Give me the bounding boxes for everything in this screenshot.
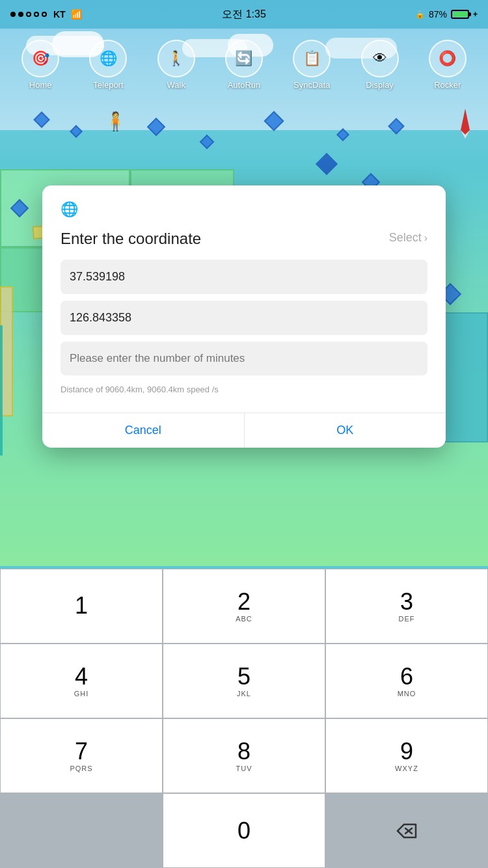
battery-tip — [469, 12, 471, 16]
status-left: KT 📶 — [10, 9, 82, 20]
status-bar: KT 📶 오전 1:35 🔒 87% + — [0, 0, 488, 29]
latitude-input[interactable] — [61, 260, 427, 294]
key-number-8: 8 — [237, 740, 251, 763]
nav-item-display[interactable]: 👁 Display — [361, 40, 399, 90]
key-letters-6: MNO — [398, 690, 416, 698]
nav-item-autorun[interactable]: 🔄 AutoRun — [225, 40, 263, 90]
select-button[interactable]: Select › — [389, 224, 427, 245]
key-number-6: 6 — [400, 665, 413, 688]
key-6[interactable]: 6 MNO — [325, 644, 488, 718]
key-number-9: 9 — [400, 740, 413, 763]
select-label: Select — [389, 231, 422, 245]
key-letters-8: TUV — [236, 765, 252, 772]
key-number-7: 7 — [75, 740, 88, 763]
lock-icon: 🔒 — [415, 10, 425, 19]
key-2[interactable]: 2 ABC — [163, 569, 325, 644]
key-grid: 1 2 ABC 3 DEF 4 GHI 5 JKL 6 MNO 7 PQRS — [0, 569, 488, 868]
nav-label-syncdata: SyncData — [293, 80, 330, 90]
nav-icon-walk: 🚶 — [157, 40, 195, 77]
compass — [455, 107, 475, 142]
chevron-right-icon: › — [424, 232, 427, 244]
key-number-4: 4 — [75, 665, 88, 688]
signal-dot-5 — [42, 12, 47, 17]
dialog-footer: Cancel OK — [42, 413, 446, 448]
key-letters-9: WXYZ — [395, 765, 418, 772]
key-number-2: 2 — [237, 590, 251, 614]
key-backspace[interactable] — [325, 793, 488, 868]
nav-label-home: Home — [29, 80, 52, 90]
key-letters-3: DEF — [399, 615, 415, 623]
nav-label-rocker: Rocker — [434, 80, 461, 90]
nav-label-display: Display — [366, 80, 394, 90]
cancel-button[interactable]: Cancel — [42, 413, 245, 448]
key-number-5: 5 — [237, 665, 251, 688]
nav-icon-display: 👁 — [361, 40, 399, 77]
signal-dot-1 — [10, 12, 16, 17]
signal-dot-4 — [34, 12, 39, 17]
key-number-1: 1 — [75, 594, 88, 617]
key-1[interactable]: 1 — [0, 569, 163, 644]
key-special-left[interactable] — [0, 793, 163, 868]
key-9[interactable]: 9 WXYZ — [325, 718, 488, 793]
signal-dot-2 — [18, 12, 23, 17]
nav-item-rocker[interactable]: ⭕ Rocker — [429, 40, 467, 90]
nav-label-walk: Walk — [167, 80, 185, 90]
distance-text: Distance of 9060.4km, 9060.4km speed /s — [61, 382, 427, 400]
key-number-0: 0 — [237, 819, 251, 843]
ok-button[interactable]: OK — [245, 413, 446, 448]
key-0[interactable]: 0 — [163, 793, 325, 868]
signal-dot-3 — [26, 12, 31, 17]
key-8[interactable]: 8 TUV — [163, 718, 325, 793]
dialog-header: Enter the coordinate Select › — [61, 224, 427, 248]
globe-icon: 🌐 — [61, 201, 79, 219]
key-letters-2: ABC — [236, 615, 252, 623]
nav-item-walk[interactable]: 🚶 Walk — [157, 40, 195, 90]
key-7[interactable]: 7 PQRS — [0, 718, 163, 793]
nav-label-autorun: AutoRun — [228, 80, 261, 90]
nav-item-teleport[interactable]: 🌐 Teleport — [89, 40, 127, 90]
nav-icon-home: 🎯 — [21, 40, 59, 77]
nav-icon-syncdata: 📋 — [293, 40, 331, 77]
key-letters-5: JKL — [237, 690, 251, 698]
backspace-icon — [395, 822, 418, 840]
coordinate-dialog: 🌐 Enter the coordinate Select › Distance… — [42, 185, 446, 448]
longitude-input[interactable] — [61, 301, 427, 335]
dialog-overlay: 🌐 Enter the coordinate Select › Distance… — [42, 185, 446, 448]
key-number-3: 3 — [400, 590, 413, 614]
charging-icon: + — [473, 10, 478, 19]
nav-item-home[interactable]: 🎯 Home — [21, 40, 59, 90]
nav-icon-autorun: 🔄 — [225, 40, 263, 77]
dialog-body: 🌐 Enter the coordinate Select › Distance… — [42, 185, 446, 413]
battery-percentage: 87% — [429, 9, 447, 20]
key-5[interactable]: 5 JKL — [163, 644, 325, 718]
battery-fill — [453, 12, 467, 17]
key-letters-4: GHI — [74, 690, 89, 698]
keyboard: 1 2 ABC 3 DEF 4 GHI 5 JKL 6 MNO 7 PQRS — [0, 569, 488, 868]
dialog-title: Enter the coordinate — [61, 230, 201, 248]
nav-label-teleport: Teleport — [93, 80, 123, 90]
key-4[interactable]: 4 GHI — [0, 644, 163, 718]
minutes-input[interactable] — [61, 342, 427, 375]
key-3[interactable]: 3 DEF — [325, 569, 488, 644]
nav-item-syncdata[interactable]: 📋 SyncData — [293, 40, 331, 90]
carrier-label: KT — [53, 9, 66, 20]
status-right: 🔒 87% + — [415, 9, 478, 20]
battery-icon — [451, 10, 469, 19]
nav-icon-rocker: ⭕ — [429, 40, 467, 77]
status-time: 오전 1:35 — [222, 8, 266, 21]
key-letters-7: PQRS — [70, 765, 92, 772]
nav-icon-teleport: 🌐 — [89, 40, 127, 77]
svg-marker-0 — [461, 109, 470, 135]
top-nav: 🎯 Home 🌐 Teleport 🚶 Walk 🔄 AutoRun 📋 Syn… — [0, 29, 488, 100]
wifi-icon: 📶 — [71, 9, 82, 20]
